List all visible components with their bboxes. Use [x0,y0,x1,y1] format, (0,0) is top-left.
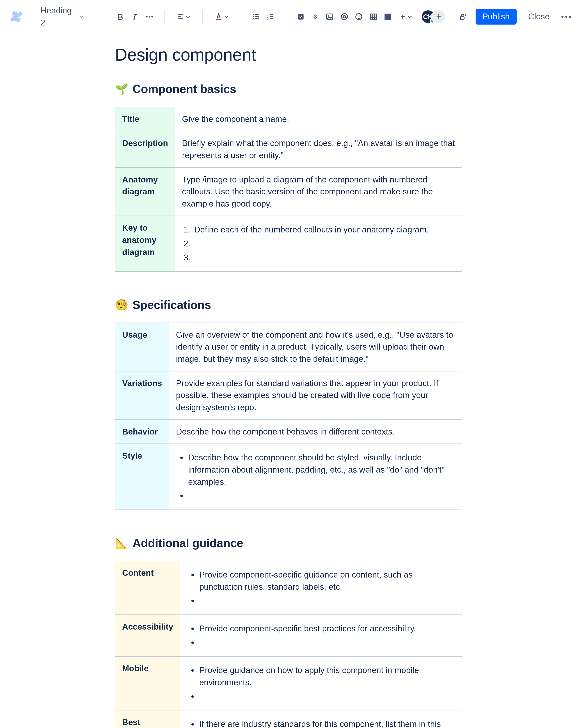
seedling-icon: 🌱 [115,84,128,95]
row-value[interactable]: Give an overview of the component and ho… [169,323,462,371]
list-item[interactable]: Provide component-specific guidance on c… [198,569,455,593]
row-label[interactable]: Mobile [115,656,180,710]
table-row: Best practices If there are industry sta… [115,710,462,728]
row-value[interactable]: Describe how the component should be sty… [169,444,462,510]
row-label[interactable]: Accessibility [115,615,180,656]
table-row: Accessibility Provide component-specific… [115,615,462,656]
toolbar-divider [285,10,286,23]
publish-button[interactable]: Publish [476,9,517,25]
more-formatting-button[interactable] [144,10,155,24]
text-style-dropdown[interactable]: Heading 2 [37,2,87,31]
editor-toolbar: Heading 2 123 [0,0,577,33]
basics-table[interactable]: Title Give the component a name. Descrip… [115,107,462,272]
list-item[interactable] [193,252,455,264]
table-row: Usage Give an overview of the component … [115,323,462,371]
row-label[interactable]: Style [115,444,169,510]
row-value[interactable]: Provide guidance on how to apply this co… [180,656,462,710]
list-item[interactable] [187,490,455,502]
list-item[interactable] [193,238,455,250]
bold-button[interactable] [115,10,126,24]
editor-page[interactable]: Design component 🌱 Component basics Titl… [115,33,462,728]
list-item[interactable]: Describe how the component should be sty… [187,451,455,488]
svg-rect-19 [385,14,388,19]
alignment-button[interactable] [174,10,193,24]
svg-rect-20 [388,14,391,19]
row-label[interactable]: Variations [115,371,169,420]
section-heading-label: Additional guidance [132,535,243,552]
row-value[interactable]: Provide component-specific guidance on c… [180,561,462,615]
text-style-label: Heading 2 [41,4,73,29]
insert-more-button[interactable] [397,10,415,24]
text-color-button[interactable] [212,10,231,24]
svg-point-15 [356,14,362,20]
row-value[interactable]: Describe how the component behaves in di… [169,420,462,444]
svg-rect-3 [216,19,221,20]
row-label[interactable]: Description [115,131,175,167]
link-button[interactable] [310,10,321,24]
list-item[interactable] [198,691,455,703]
row-label[interactable]: Best practices [115,710,180,728]
guidance-table[interactable]: Content Provide component-specific guida… [115,561,462,728]
svg-rect-21 [460,17,464,20]
numbered-list-button[interactable]: 123 [265,10,276,24]
table-row: Anatomy diagram Type /image to upload a … [115,167,462,216]
svg-point-4 [253,14,254,15]
section-heading-label: Specifications [132,296,211,313]
triangular-ruler-icon: 📐 [115,538,128,548]
row-label[interactable]: Usage [115,323,169,371]
toolbar-divider [105,10,105,23]
layouts-button[interactable] [382,10,394,24]
row-label[interactable]: Behavior [115,420,169,444]
svg-text:3: 3 [267,17,269,21]
table-row: Behavior Describe how the component beha… [115,420,462,444]
section-heading-basics[interactable]: 🌱 Component basics [115,81,462,98]
row-value[interactable]: Briefly explain what the component does,… [175,131,462,167]
list-item[interactable]: Provide guidance on how to apply this co… [198,664,455,688]
svg-point-1 [149,16,150,18]
row-label[interactable]: Title [115,107,175,131]
list-item[interactable]: Define each of the numbered callouts in … [193,224,455,236]
specs-table[interactable]: Usage Give an overview of the component … [115,322,462,510]
image-button[interactable] [324,10,335,24]
table-row: Content Provide component-specific guida… [115,561,462,615]
list-item[interactable] [198,595,455,607]
svg-point-6 [253,18,254,19]
row-value[interactable]: Provide component-specific best practice… [180,615,462,656]
row-label[interactable]: Anatomy diagram [115,167,175,216]
svg-rect-18 [370,14,376,19]
emoji-button[interactable] [353,10,365,24]
italic-button[interactable] [129,10,141,24]
table-row: Style Describe how the component should … [115,444,462,510]
row-label[interactable]: Content [115,561,180,615]
row-value[interactable]: Type /image to upload a diagram of the c… [175,167,462,216]
table-row: Description Briefly explain what the com… [115,131,462,167]
row-value[interactable]: Provide examples for standard variations… [169,371,462,420]
row-value[interactable]: If there are industry standards for this… [180,710,462,728]
mention-button[interactable] [339,10,350,24]
section-heading-label: Component basics [132,81,236,98]
list-item[interactable]: Provide component-specific best practice… [198,623,455,635]
confluence-logo-icon [9,9,23,24]
more-actions-button[interactable] [561,10,571,23]
close-button[interactable]: Close [523,9,555,25]
list-item[interactable] [198,636,455,649]
section-heading-specs[interactable]: 🧐 Specifications [115,296,462,313]
table-row: Mobile Provide guidance on how to apply … [115,656,462,710]
action-item-button[interactable] [295,10,306,24]
table-row: Variations Provide examples for standard… [115,371,462,420]
face-monocle-icon: 🧐 [115,300,128,310]
page-title[interactable]: Design component [115,42,462,67]
request-changes-button[interactable] [457,10,469,24]
section-heading-guidance[interactable]: 📐 Additional guidance [115,535,462,552]
table-row: Key to anatomy diagram Define each of th… [115,216,462,271]
table-button[interactable] [368,10,379,24]
svg-point-5 [253,16,254,17]
toolbar-divider [202,10,203,23]
invite-button[interactable]: + [431,9,446,24]
row-value[interactable]: Give the component a name. [175,107,462,131]
svg-point-17 [359,16,361,17]
list-item[interactable]: If there are industry standards for this… [198,718,455,728]
bullet-list-button[interactable] [251,10,262,24]
row-label[interactable]: Key to anatomy diagram [115,216,175,271]
row-value[interactable]: Define each of the numbered callouts in … [175,216,462,271]
